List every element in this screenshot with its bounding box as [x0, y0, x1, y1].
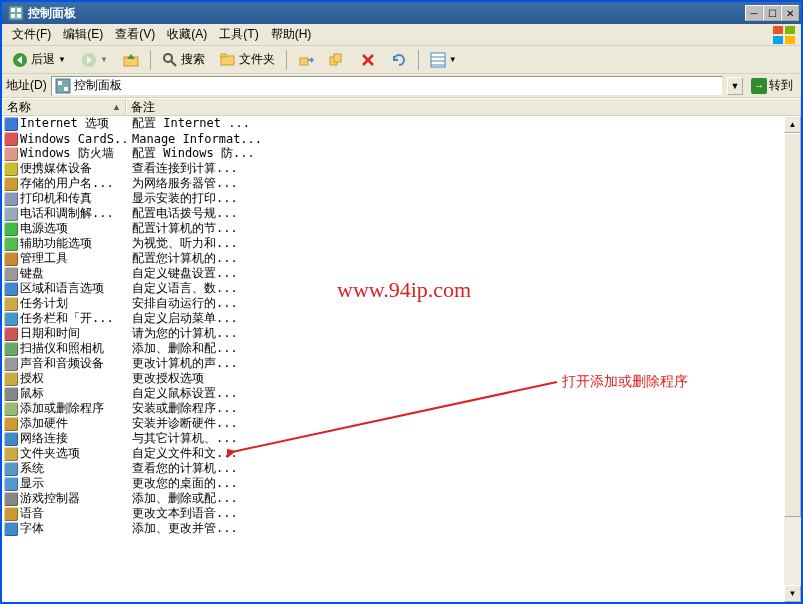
item-desc: 配置 Internet ...	[126, 116, 784, 132]
list-item[interactable]: 便携媒体设备查看连接到计算...	[2, 161, 784, 176]
move-button[interactable]	[292, 49, 320, 71]
minimize-button[interactable]: ─	[745, 5, 763, 21]
menu-edit[interactable]: 编辑(E)	[57, 24, 109, 45]
maximize-button[interactable]: ☐	[763, 5, 781, 21]
item-icon	[2, 372, 20, 386]
column-headers: 名称 ▲ 备注	[2, 98, 801, 116]
chevron-down-icon: ▼	[58, 55, 66, 64]
address-input[interactable]: 控制面板	[51, 76, 723, 96]
item-desc: Manage Informat...	[126, 132, 784, 146]
folders-label: 文件夹	[239, 51, 275, 68]
menu-favorites[interactable]: 收藏(A)	[161, 24, 213, 45]
list-item[interactable]: 管理工具配置您计算机的...	[2, 251, 784, 266]
forward-button[interactable]: ▼	[75, 49, 114, 71]
item-icon	[2, 402, 20, 416]
svg-rect-7	[773, 36, 783, 44]
item-icon	[2, 522, 20, 536]
folders-button[interactable]: 文件夹	[214, 49, 281, 71]
list-item[interactable]: 显示更改您的桌面的...	[2, 476, 784, 491]
svg-rect-8	[785, 36, 795, 44]
list-item[interactable]: 添加或删除程序安装或删除程序...	[2, 401, 784, 416]
list-item[interactable]: 鼠标自定义鼠标设置...	[2, 386, 784, 401]
list-item[interactable]: 存储的用户名...为网络服务器管...	[2, 176, 784, 191]
column-header-name[interactable]: 名称 ▲	[2, 98, 126, 115]
svg-rect-5	[773, 26, 783, 34]
item-icon	[2, 192, 20, 206]
scroll-up-button[interactable]: ▲	[784, 116, 801, 133]
scroll-track[interactable]	[784, 133, 801, 585]
svg-rect-15	[221, 54, 226, 57]
views-button[interactable]: ▼	[424, 49, 463, 71]
svg-rect-6	[785, 26, 795, 34]
titlebar[interactable]: 控制面板 ─ ☐ ✕	[2, 2, 801, 24]
up-button[interactable]	[117, 49, 145, 71]
list-item[interactable]: 电话和调制解...配置电话拨号规...	[2, 206, 784, 221]
delete-icon	[360, 52, 376, 68]
list-item[interactable]: 授权更改授权选项	[2, 371, 784, 386]
back-label: 后退	[31, 51, 55, 68]
views-icon	[430, 52, 446, 68]
item-icon	[2, 222, 20, 236]
list-item[interactable]: 键盘自定义键盘设置...	[2, 266, 784, 281]
copy-button[interactable]	[323, 49, 351, 71]
list-item[interactable]: 字体添加、更改并管...	[2, 521, 784, 536]
list-area: Internet 选项配置 Internet ...Windows CardS.…	[2, 116, 801, 602]
menu-view[interactable]: 查看(V)	[109, 24, 161, 45]
svg-rect-1	[11, 8, 15, 12]
windows-logo-icon	[773, 26, 797, 44]
item-icon	[2, 447, 20, 461]
list-item[interactable]: 添加硬件安装并诊断硬件...	[2, 416, 784, 431]
item-icon	[2, 462, 20, 476]
item-rows: Internet 选项配置 Internet ...Windows CardS.…	[2, 116, 784, 602]
item-name: Internet 选项	[20, 116, 126, 132]
list-item[interactable]: 网络连接与其它计算机、...	[2, 431, 784, 446]
item-icon	[2, 507, 20, 521]
list-item[interactable]: 任务计划安排自动运行的...	[2, 296, 784, 311]
chevron-down-icon: ▼	[449, 55, 457, 64]
list-item[interactable]: 游戏控制器添加、删除或配...	[2, 491, 784, 506]
item-icon	[2, 477, 20, 491]
toolbar-separator	[150, 50, 151, 70]
list-item[interactable]: 辅助功能选项为视觉、听力和...	[2, 236, 784, 251]
scroll-down-button[interactable]: ▼	[784, 585, 801, 602]
go-button[interactable]: → 转到	[747, 76, 797, 96]
close-button[interactable]: ✕	[781, 5, 799, 21]
svg-point-12	[164, 54, 172, 62]
scroll-thumb[interactable]	[784, 133, 801, 517]
item-icon	[2, 312, 20, 326]
list-item[interactable]: 扫描仪和照相机添加、删除和配...	[2, 341, 784, 356]
addressbar: 地址(D) 控制面板 ▼ → 转到	[2, 74, 801, 98]
back-button[interactable]: 后退 ▼	[6, 49, 72, 71]
delete-button[interactable]	[354, 49, 382, 71]
move-to-icon	[298, 52, 314, 68]
list-item[interactable]: 系统查看您的计算机...	[2, 461, 784, 476]
search-button[interactable]: 搜索	[156, 49, 211, 71]
menu-tools[interactable]: 工具(T)	[213, 24, 264, 45]
list-item[interactable]: 文件夹选项自定义文件和文...	[2, 446, 784, 461]
column-header-desc[interactable]: 备注	[126, 98, 801, 115]
item-icon	[2, 117, 20, 131]
list-item[interactable]: 电源选项配置计算机的节...	[2, 221, 784, 236]
list-item[interactable]: 任务栏和「开...自定义启动菜单...	[2, 311, 784, 326]
folders-icon	[220, 52, 236, 68]
vertical-scrollbar[interactable]: ▲ ▼	[784, 116, 801, 602]
list-item[interactable]: 打印机和传真显示安装的打印...	[2, 191, 784, 206]
sort-asc-icon: ▲	[112, 102, 121, 112]
svg-rect-2	[17, 8, 21, 12]
list-item[interactable]: 语音更改文本到语音...	[2, 506, 784, 521]
address-dropdown[interactable]: ▼	[727, 77, 743, 95]
list-item[interactable]: 区域和语言选项自定义语言、数...	[2, 281, 784, 296]
list-item[interactable]: Windows CardS...Manage Informat...	[2, 131, 784, 146]
item-icon	[2, 327, 20, 341]
list-item[interactable]: 日期和时间请为您的计算机...	[2, 326, 784, 341]
undo-button[interactable]	[385, 49, 413, 71]
menu-help[interactable]: 帮助(H)	[265, 24, 318, 45]
item-icon	[2, 492, 20, 506]
menu-file[interactable]: 文件(F)	[6, 24, 57, 45]
menubar: 文件(F) 编辑(E) 查看(V) 收藏(A) 工具(T) 帮助(H)	[2, 24, 801, 46]
list-item[interactable]: Windows 防火墙配置 Windows 防...	[2, 146, 784, 161]
back-icon	[12, 52, 28, 68]
item-name: Windows CardS...	[20, 132, 126, 146]
list-item[interactable]: Internet 选项配置 Internet ...	[2, 116, 784, 131]
list-item[interactable]: 声音和音频设备更改计算机的声...	[2, 356, 784, 371]
